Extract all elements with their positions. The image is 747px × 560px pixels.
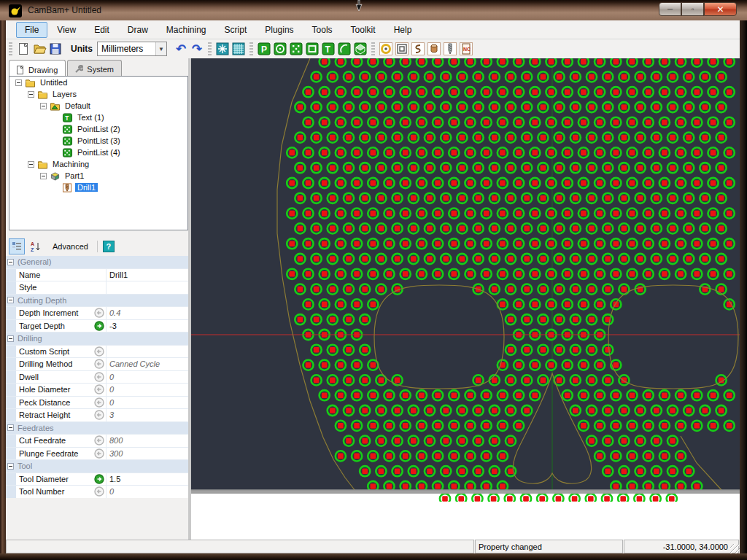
- property-value[interactable]: 800: [107, 435, 190, 447]
- value-default-icon[interactable]: [94, 435, 104, 446]
- collapse-icon[interactable]: [7, 297, 14, 303]
- property-row-target-depth[interactable]: Target Depth-3: [6, 320, 190, 333]
- property-category[interactable]: (General): [6, 256, 190, 269]
- menu-tools[interactable]: Tools: [303, 22, 341, 38]
- property-category[interactable]: Drilling: [6, 332, 190, 346]
- property-value[interactable]: 0: [107, 384, 190, 396]
- menu-edit[interactable]: Edit: [85, 22, 118, 38]
- property-value[interactable]: 0: [107, 371, 190, 384]
- tree-collapse-toggle[interactable]: [28, 161, 34, 168]
- menu-script[interactable]: Script: [216, 22, 256, 38]
- menu-help[interactable]: Help: [385, 22, 421, 38]
- machine-lathe-icon[interactable]: [427, 42, 441, 56]
- property-value[interactable]: 0.4: [107, 307, 190, 319]
- tab-system[interactable]: System: [67, 60, 122, 76]
- tree-collapse-toggle[interactable]: [40, 103, 47, 109]
- property-row-style[interactable]: Style: [6, 281, 190, 295]
- property-row-plunge-feedrate[interactable]: Plunge Feedrate300: [6, 448, 190, 461]
- new-file-icon[interactable]: [16, 42, 31, 56]
- value-default-icon[interactable]: [94, 486, 104, 497]
- collapse-icon[interactable]: [7, 463, 14, 470]
- tree-collapse-toggle[interactable]: [15, 79, 22, 86]
- value-default-icon[interactable]: [94, 448, 104, 459]
- draw-pointlist-icon[interactable]: [289, 42, 303, 56]
- property-value[interactable]: [107, 281, 190, 294]
- collapse-icon[interactable]: [7, 259, 14, 265]
- tree-collapse-toggle[interactable]: [28, 91, 34, 98]
- menu-file[interactable]: File: [16, 22, 47, 38]
- machine-gcode-icon[interactable]: NC: [459, 42, 473, 56]
- collapse-icon[interactable]: [7, 335, 14, 342]
- property-row-dwell[interactable]: Dwell0: [6, 371, 190, 384]
- collapse-icon[interactable]: [7, 424, 14, 431]
- tree-item-pointlist-2[interactable]: PointList (2): [9, 123, 187, 135]
- property-row-tool-diameter[interactable]: Tool Diameter1.5: [6, 473, 190, 486]
- property-value[interactable]: Canned Cycle: [107, 358, 190, 370]
- value-default-icon[interactable]: [94, 308, 104, 318]
- redo-button[interactable]: ↷: [189, 42, 205, 57]
- property-row-depth-increment[interactable]: Depth Increment0.4: [6, 307, 190, 320]
- property-category[interactable]: Tool: [6, 460, 190, 473]
- draw-arc-icon[interactable]: [337, 42, 352, 56]
- value-default-icon[interactable]: [94, 359, 104, 369]
- value-set-icon[interactable]: [94, 321, 104, 331]
- advanced-button[interactable]: Advanced: [47, 240, 94, 253]
- draw-rectangle-icon[interactable]: [305, 42, 320, 56]
- property-row-hole-diameter[interactable]: Hole Diameter0: [6, 384, 190, 397]
- undo-button[interactable]: ↶: [173, 42, 189, 57]
- tree-item-machining[interactable]: Machining: [9, 158, 187, 170]
- maximize-button[interactable]: ▫: [681, 2, 704, 16]
- property-value[interactable]: [107, 346, 190, 358]
- machine-engrave-icon[interactable]: [411, 42, 425, 56]
- menu-plugins[interactable]: Plugins: [256, 22, 302, 38]
- property-category[interactable]: Cutting Depth: [6, 295, 190, 308]
- machine-pocket-icon[interactable]: [395, 42, 409, 56]
- help-button[interactable]: ?: [101, 238, 117, 254]
- open-file-icon[interactable]: [32, 42, 47, 56]
- minimize-button[interactable]: ─: [659, 2, 681, 16]
- machine-profile-icon[interactable]: [379, 42, 393, 56]
- draw-text-icon[interactable]: T: [321, 42, 336, 56]
- menu-toolkit[interactable]: Toolkit: [342, 22, 384, 38]
- tree-item-layers[interactable]: Layers: [9, 88, 187, 100]
- tree-item-pointlist-3[interactable]: PointList (3): [9, 135, 187, 147]
- tree-item-drill1[interactable]: Drill1: [9, 182, 187, 193]
- property-category[interactable]: Feedrates: [6, 422, 190, 435]
- value-set-icon[interactable]: [94, 474, 104, 484]
- value-default-icon[interactable]: [94, 410, 104, 420]
- resize-grip[interactable]: [730, 544, 740, 553]
- value-default-icon[interactable]: [94, 397, 104, 408]
- property-row-cut-feedrate[interactable]: Cut Feedrate800: [6, 435, 190, 448]
- categorized-view-button[interactable]: [9, 238, 25, 254]
- save-file-icon[interactable]: [48, 42, 63, 56]
- title-bar[interactable]: CamBam+ Untitled ─ ▫ ✕: [0, 0, 747, 20]
- property-row-tool-number[interactable]: Tool Number0: [6, 486, 190, 498]
- draw-circle-icon[interactable]: [273, 42, 287, 56]
- toggle-grid-icon[interactable]: [231, 42, 246, 56]
- value-default-icon[interactable]: [94, 384, 104, 394]
- property-row-drilling-method[interactable]: Drilling MethodCanned Cycle: [6, 358, 190, 371]
- alphabetical-sort-button[interactable]: AZ: [28, 238, 44, 254]
- property-value[interactable]: Drill1: [107, 269, 190, 281]
- draw-surface-icon[interactable]: [353, 42, 368, 56]
- property-row-name[interactable]: NameDrill1: [6, 269, 190, 282]
- units-dropdown[interactable]: Millimeters▼: [97, 42, 167, 56]
- property-value[interactable]: -3: [107, 320, 190, 332]
- tree-item-part1[interactable]: Part1: [9, 170, 187, 182]
- property-value[interactable]: 0: [107, 486, 190, 498]
- property-value[interactable]: 3: [107, 409, 190, 421]
- tree-item-pointlist-4[interactable]: PointList (4): [9, 147, 187, 158]
- tree-collapse-toggle[interactable]: [40, 173, 47, 179]
- value-default-icon[interactable]: [94, 372, 104, 382]
- drawing-canvas[interactable]: [191, 58, 740, 541]
- menu-machining[interactable]: Machining: [158, 22, 215, 38]
- tree-item-text-1[interactable]: TText (1): [9, 112, 187, 123]
- tree-item-default[interactable]: Default: [9, 100, 187, 112]
- tab-drawing[interactable]: Drawing: [9, 60, 66, 77]
- value-default-icon[interactable]: [94, 346, 104, 357]
- property-row-peck-distance[interactable]: Peck Distance0: [6, 397, 190, 410]
- zoom-extents-icon[interactable]: [215, 42, 230, 56]
- draw-polyline-icon[interactable]: P: [257, 42, 271, 56]
- close-button[interactable]: ✕: [704, 2, 737, 16]
- property-value[interactable]: 0: [107, 397, 190, 409]
